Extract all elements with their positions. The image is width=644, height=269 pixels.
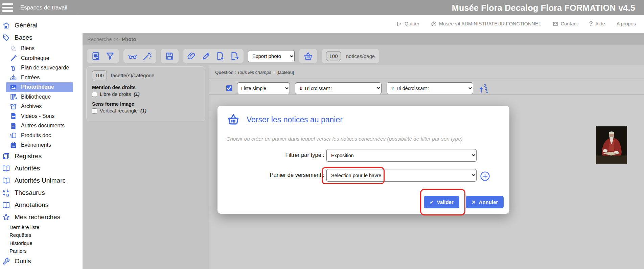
tag-icon — [2, 34, 10, 42]
toolbar-group-pagination: notices/page — [322, 49, 379, 63]
sidebar-item-label: Historique — [9, 240, 32, 246]
sidebar-item-label: Archives — [21, 103, 42, 109]
print-document-icon[interactable] — [216, 51, 225, 61]
cancel-label: Annuler — [479, 199, 498, 205]
sort-ascending-select[interactable]: ⇓ Tri croissant : — [295, 82, 382, 94]
pencil-icon[interactable] — [202, 51, 211, 61]
toolbar: Export photo notices/page — [87, 49, 379, 63]
sidebar-item-carotheque[interactable]: Carothèque — [0, 54, 78, 63]
sidebar-item-label: Produits doc. — [21, 132, 52, 139]
notices-per-page-input[interactable] — [326, 51, 341, 61]
breadcrumb-page: Photo — [122, 36, 136, 42]
sidebar-item-evenements[interactable]: Evènements — [0, 140, 78, 150]
sort-alpha-icon: AB — [2, 189, 10, 197]
app-title: Musée Flora Decalog Flora FORMATION v4.5 — [452, 3, 635, 13]
sidebar-item-biens[interactable]: ♘ Biens — [0, 44, 78, 54]
about-link[interactable]: A propos — [617, 21, 636, 26]
sidebar-item-label: Paniers — [9, 248, 27, 254]
filter-icon[interactable] — [106, 51, 115, 61]
question-field: Tous les champs — [237, 70, 271, 75]
facet-group-title: Mention des droits — [92, 85, 200, 90]
sidebar-item-label: Outils — [15, 257, 31, 265]
display-mode-select[interactable]: Liste simple — [237, 82, 290, 94]
sort-numeric-icon[interactable]: 321 — [478, 83, 488, 94]
about-label: A propos — [617, 21, 636, 26]
sidebar-item-general[interactable]: Général — [0, 19, 78, 32]
record-thumbnail[interactable] — [596, 126, 627, 164]
contact-link[interactable]: Contact — [553, 21, 578, 27]
notices-per-page-label: notices/page — [346, 53, 375, 59]
logout-icon — [396, 21, 402, 27]
facet-option-label: Vertical-rectangle — [100, 108, 138, 113]
results-sort-row: Liste simple ⇓ Tri croissant : ⇑ Tri déc… — [226, 82, 488, 94]
sidebar-item-autres-documents[interactable]: Autres documents — [0, 121, 78, 131]
quit-label: Quitter — [405, 21, 419, 26]
breadcrumb: Recherche >> Photo — [83, 33, 644, 45]
sidebar-item-produits-doc[interactable]: Produits doc. — [0, 131, 78, 141]
basket-icon[interactable] — [303, 51, 313, 61]
sidebar-item-mes-recherches[interactable]: Mes recherches — [0, 211, 78, 223]
open-box-icon — [9, 103, 17, 110]
sidebar-item-registres[interactable]: Registres — [0, 150, 78, 162]
sidebar-item-plan-de-sauvegarde[interactable]: Plan de sauvegarde — [0, 63, 78, 73]
sidebar-item-historique[interactable]: Historique — [0, 239, 78, 247]
sidebar-item-outils[interactable]: Outils — [0, 255, 78, 267]
sidebar-item-bases[interactable]: Bases — [0, 32, 78, 44]
sidebar-item-label: Bases — [15, 34, 32, 41]
sidebar-item-label: Photothèque — [21, 84, 54, 90]
sidebar-item-requetes[interactable]: Requêtes — [0, 231, 78, 239]
user-menu[interactable]: Musée v4 ADMINISTRATEUR FONCTIONNEL — [431, 21, 541, 27]
facet-checkbox[interactable] — [92, 92, 97, 97]
hamburger-menu-icon[interactable] — [0, 0, 16, 15]
filter-type-select[interactable]: Exposition — [326, 149, 477, 162]
sidebar-item-bibliotheque[interactable]: Bibliothèque — [0, 92, 78, 102]
document-icon — [9, 122, 17, 129]
glasses-icon[interactable] — [128, 51, 137, 61]
sidebar-item-annotations[interactable]: Annotations — [0, 199, 78, 211]
facet-option[interactable]: Libre de droits (1) — [92, 91, 200, 97]
sidebar-item-derniere-liste[interactable]: Dernière liste — [0, 223, 78, 231]
help-label: Aide — [595, 21, 605, 26]
top-bar: Espaces de travail Musée Flora Decalog F… — [0, 0, 644, 15]
sidebar-item-paniers[interactable]: Paniers — [0, 247, 78, 255]
quit-link[interactable]: Quitter — [396, 21, 419, 27]
facet-checkbox[interactable] — [92, 108, 97, 113]
sidebar-item-phototheque[interactable]: Photothèque — [6, 82, 73, 92]
validate-button[interactable]: ✓ Valider — [424, 196, 459, 208]
facet-option[interactable]: Vertical-rectangle (1) — [92, 108, 200, 113]
select-all-checkbox[interactable] — [226, 85, 232, 91]
filter-type-label: Filtrer par type : — [223, 152, 324, 158]
sidebar-item-archives[interactable]: Archives — [0, 102, 78, 111]
help-link[interactable]: ? Aide — [589, 20, 605, 27]
workspace-label: Espaces de travail — [20, 4, 67, 11]
cancel-button[interactable]: ✕ Annuler — [466, 196, 504, 208]
svg-text:1: 1 — [486, 89, 488, 93]
contact-label: Contact — [561, 21, 578, 26]
sort-descending-select[interactable]: ⇑ Tri décroissant : — [387, 82, 473, 94]
magic-wand-icon[interactable] — [142, 51, 152, 61]
sidebar-item-thesaurus[interactable]: AB Thesaurus — [0, 187, 78, 199]
add-basket-button[interactable] — [480, 171, 490, 181]
video-file-icon — [9, 112, 17, 120]
sidebar-item-entrees[interactable]: Entrées — [0, 73, 78, 83]
check-icon: ✓ — [430, 199, 434, 205]
export-select[interactable]: Export photo — [248, 50, 295, 62]
basket-target-select[interactable]: Selection pour le havre — [326, 169, 477, 182]
sidebar-item-autorites-unimarc[interactable]: Autorités Unimarc — [0, 174, 78, 187]
facet-panel: facette(s)/catégorie Mention des droits … — [86, 66, 205, 121]
basket-icon — [226, 113, 240, 126]
sidebar-item-label: Annotations — [15, 201, 48, 209]
sidebar-item-label: Registres — [15, 152, 42, 160]
sidebar-item-autorites[interactable]: Autorités — [0, 162, 78, 174]
sidebar-item-videos-sons[interactable]: Vidéos - Sons — [0, 111, 78, 121]
facet-count-input[interactable] — [92, 70, 107, 80]
facet-option-count: (1) — [140, 108, 146, 113]
list-search-icon[interactable] — [91, 51, 100, 61]
sidebar-item-label: Plan de sauvegarde — [21, 65, 69, 71]
facet-option-label: Libre de droits — [100, 91, 131, 97]
paperclip-icon[interactable] — [187, 51, 197, 61]
fire-extinguisher-icon — [9, 64, 17, 71]
export-document-icon[interactable] — [230, 51, 239, 61]
sidebar-item-label: Biens — [21, 45, 34, 51]
save-icon[interactable] — [165, 51, 174, 61]
